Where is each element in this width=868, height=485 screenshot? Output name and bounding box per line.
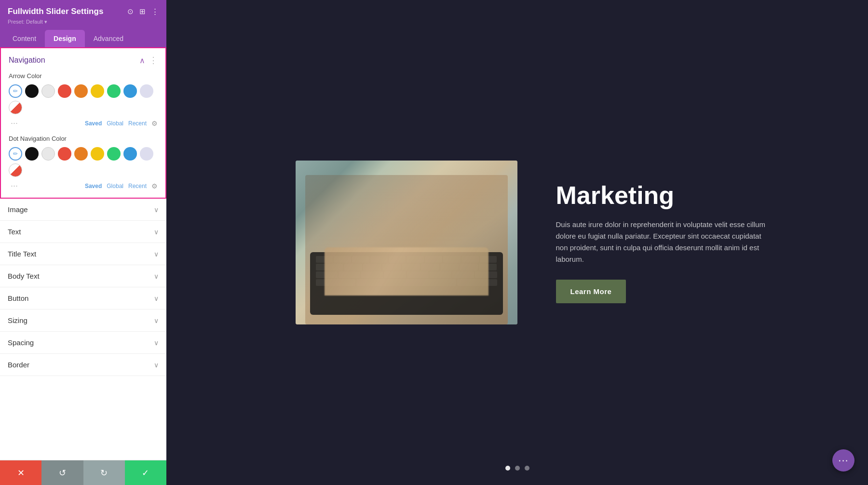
border-section-header[interactable]: Border ∨ xyxy=(0,354,166,376)
undo-button[interactable]: ↺ xyxy=(41,460,83,485)
dot-color-swatches: ✏ xyxy=(9,147,158,177)
navigation-collapse-icon[interactable]: ∧ xyxy=(139,56,145,65)
text-label: Text xyxy=(8,228,21,236)
navigation-title: Navigation xyxy=(9,56,45,65)
slider-dot-1[interactable] xyxy=(505,466,510,471)
text-chevron-icon: ∨ xyxy=(154,228,159,236)
button-section: Button ∨ xyxy=(0,287,166,310)
sizing-chevron-icon: ∨ xyxy=(154,317,159,324)
navigation-menu-icon[interactable]: ⋮ xyxy=(149,55,158,66)
slide-heading: Marketing xyxy=(556,182,830,209)
arrow-color-meta-links: Saved Global Recent ⚙ xyxy=(85,120,158,127)
body-text-label: Body Text xyxy=(8,272,40,280)
title-text-section-header[interactable]: Title Text ∨ xyxy=(0,243,166,265)
dot-color-custom-swatch[interactable]: ✏ xyxy=(9,147,22,161)
dot-color-label: Dot Navigation Color xyxy=(9,135,158,142)
arrow-color-swatches: ✏ xyxy=(9,84,158,114)
columns-icon[interactable]: ⊞ xyxy=(139,7,146,16)
slider-dots xyxy=(505,466,529,471)
fab-label: ··· xyxy=(838,454,848,467)
image-section-header[interactable]: Image ∨ xyxy=(0,199,166,220)
dot-color-global-link[interactable]: Global xyxy=(107,183,123,189)
navigation-section: Navigation ∧ ⋮ Arrow Color ✏ xyxy=(0,47,166,199)
spacing-chevron-icon: ∨ xyxy=(154,339,159,347)
slider-dot-2[interactable] xyxy=(515,466,520,471)
tab-advanced[interactable]: Advanced xyxy=(85,30,132,47)
arrow-color-dots-icon[interactable]: ··· xyxy=(11,118,18,128)
dot-color-saved-link[interactable]: Saved xyxy=(85,183,102,189)
button-chevron-icon: ∨ xyxy=(154,295,159,302)
arrow-color-red-swatch[interactable] xyxy=(58,84,71,98)
dot-color-green-swatch[interactable] xyxy=(107,147,121,161)
body-text-section-header[interactable]: Body Text ∨ xyxy=(0,265,166,287)
tab-content[interactable]: Content xyxy=(4,30,45,47)
pencil-icon: ✏ xyxy=(13,88,18,94)
more-icon[interactable]: ⋮ xyxy=(151,7,159,16)
preset-label[interactable]: Preset: Default ▾ xyxy=(8,18,159,25)
save-button[interactable]: ✓ xyxy=(125,460,166,485)
slide: Marketing Duis aute irure dolor in repre… xyxy=(166,0,868,485)
text-section-header[interactable]: Text ∨ xyxy=(0,221,166,242)
sidebar-body: Navigation ∧ ⋮ Arrow Color ✏ xyxy=(0,47,166,460)
body-text-section: Body Text ∨ xyxy=(0,265,166,287)
image-chevron-icon: ∨ xyxy=(154,206,159,214)
slider: Marketing Duis aute irure dolor in repre… xyxy=(166,0,868,485)
arrow-color-group: Arrow Color ✏ ··· xyxy=(1,72,165,135)
border-chevron-icon: ∨ xyxy=(154,361,159,369)
dot-color-light-swatch[interactable] xyxy=(140,147,153,161)
slider-dot-3[interactable] xyxy=(525,466,529,471)
image-section: Image ∨ xyxy=(0,199,166,221)
spacing-section-header[interactable]: Spacing ∨ xyxy=(0,332,166,353)
slide-image xyxy=(296,161,517,324)
dot-color-blue-swatch[interactable] xyxy=(123,147,137,161)
text-section: Text ∨ xyxy=(0,221,166,243)
border-label: Border xyxy=(8,361,29,369)
dot-color-black-swatch[interactable] xyxy=(25,147,39,161)
sizing-label: Sizing xyxy=(8,316,27,324)
floating-action-button[interactable]: ··· xyxy=(832,449,854,472)
arrow-color-recent-link[interactable]: Recent xyxy=(128,120,147,127)
arrow-color-black-swatch[interactable] xyxy=(25,84,39,98)
tab-design[interactable]: Design xyxy=(45,30,85,47)
dot-color-yellow-swatch[interactable] xyxy=(91,147,104,161)
settings-circle-icon[interactable]: ⊙ xyxy=(127,7,134,16)
sidebar-bottom: ✕ ↺ ↻ ✓ xyxy=(0,460,166,485)
arrow-color-green-swatch[interactable] xyxy=(107,84,121,98)
sidebar-header-icons: ⊙ ⊞ ⋮ xyxy=(127,7,159,16)
dot-color-recent-link[interactable]: Recent xyxy=(128,183,147,189)
arrow-color-custom-swatch[interactable]: ✏ xyxy=(9,84,22,98)
sizing-section-header[interactable]: Sizing ∨ xyxy=(0,310,166,331)
learn-more-button[interactable]: Learn More xyxy=(556,280,626,303)
spacing-label: Spacing xyxy=(8,338,34,347)
main-content: Marketing Duis aute irure dolor in repre… xyxy=(166,0,868,485)
navigation-section-header[interactable]: Navigation ∧ ⋮ xyxy=(1,48,165,72)
arrow-color-clear-swatch[interactable] xyxy=(9,101,22,114)
arrow-color-yellow-swatch[interactable] xyxy=(91,84,104,98)
arrow-color-settings-icon[interactable]: ⚙ xyxy=(151,120,158,127)
slide-body-text: Duis aute irure dolor in reprehenderit i… xyxy=(556,219,768,265)
sidebar-header: Fullwidth Slider Settings ⊙ ⊞ ⋮ Preset: … xyxy=(0,0,166,30)
sizing-section: Sizing ∨ xyxy=(0,310,166,332)
arrow-color-light-swatch[interactable] xyxy=(140,84,153,98)
arrow-color-white-swatch[interactable] xyxy=(41,84,55,98)
arrow-color-saved-link[interactable]: Saved xyxy=(85,120,102,127)
dot-color-settings-icon[interactable]: ⚙ xyxy=(151,182,158,190)
dot-color-meta: ··· Saved Global Recent ⚙ xyxy=(9,181,158,191)
arrow-color-orange-swatch[interactable] xyxy=(74,84,88,98)
sidebar: Fullwidth Slider Settings ⊙ ⊞ ⋮ Preset: … xyxy=(0,0,166,485)
dot-color-red-swatch[interactable] xyxy=(58,147,71,161)
body-text-chevron-icon: ∨ xyxy=(154,272,159,280)
preset-text: Preset: Default xyxy=(8,19,43,25)
cancel-button[interactable]: ✕ xyxy=(0,460,41,485)
arrow-color-global-link[interactable]: Global xyxy=(107,120,123,127)
dot-color-clear-swatch[interactable] xyxy=(9,163,22,177)
border-section: Border ∨ xyxy=(0,354,166,376)
dot-color-orange-swatch[interactable] xyxy=(74,147,88,161)
title-text-section: Title Text ∨ xyxy=(0,243,166,265)
dot-color-white-swatch[interactable] xyxy=(41,147,55,161)
arrow-color-blue-swatch[interactable] xyxy=(123,84,137,98)
dot-color-dots-icon[interactable]: ··· xyxy=(11,181,18,191)
redo-button[interactable]: ↻ xyxy=(83,460,125,485)
button-section-header[interactable]: Button ∨ xyxy=(0,287,166,309)
arrow-color-meta: ··· Saved Global Recent ⚙ xyxy=(9,118,158,128)
